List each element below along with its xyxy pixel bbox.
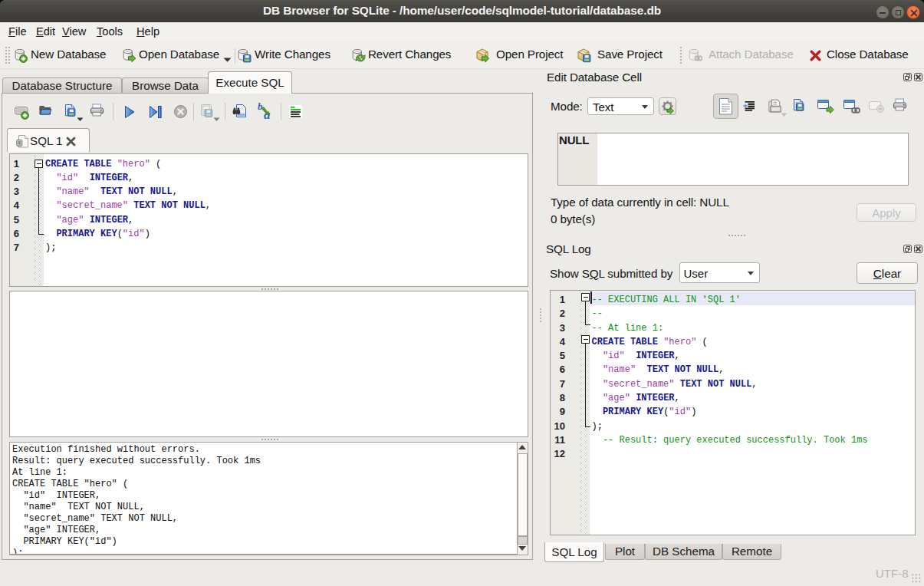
svg-text:b: b (258, 100, 263, 112)
